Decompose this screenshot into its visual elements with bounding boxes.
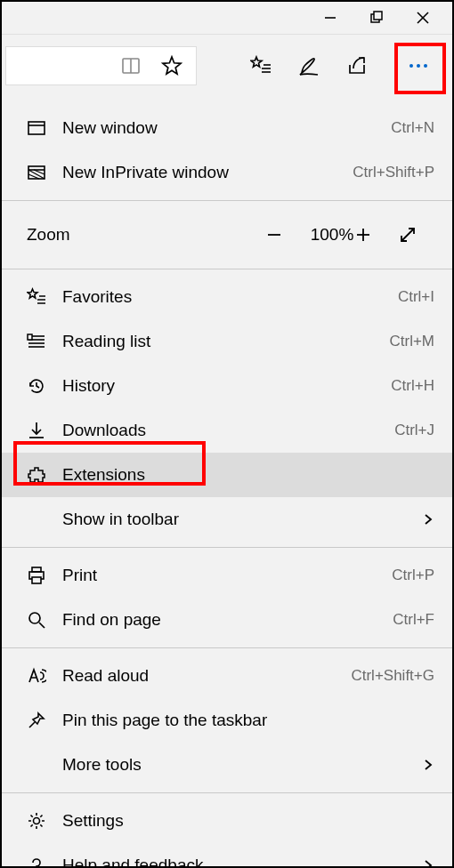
menu-favorites[interactable]: Favorites Ctrl+I [2, 275, 452, 319]
notes-button[interactable] [297, 54, 320, 77]
zoom-out-button[interactable] [265, 226, 310, 244]
menu-label: New InPrivate window [62, 163, 353, 182]
svg-point-12 [424, 64, 427, 68]
svg-point-11 [417, 64, 420, 68]
menu-label: Extensions [62, 465, 434, 485]
svg-point-34 [29, 613, 40, 623]
menu-help[interactable]: Help and feedback [2, 843, 452, 868]
fullscreen-button[interactable] [399, 226, 434, 244]
chevron-right-icon [422, 859, 434, 868]
menu-read-aloud[interactable]: Read aloud Ctrl+Shift+G [2, 654, 452, 698]
menu-separator [2, 647, 452, 648]
menu-separator [2, 792, 452, 793]
pen-icon [298, 55, 320, 76]
menu-label: Find on page [62, 610, 393, 630]
close-button[interactable] [411, 6, 434, 29]
menu-settings[interactable]: Settings [2, 799, 452, 843]
menu-label: Read aloud [62, 666, 351, 686]
menu-reading-list[interactable]: Reading list Ctrl+M [2, 319, 452, 364]
menu-label: Pin this page to the taskbar [62, 711, 434, 730]
share-button[interactable] [345, 54, 369, 77]
close-icon [416, 11, 430, 25]
history-icon [27, 376, 46, 396]
read-aloud-icon [27, 666, 46, 686]
chevron-right-icon [422, 513, 434, 526]
menu-shortcut: Ctrl+N [391, 119, 434, 137]
zoom-value: 100% [310, 225, 354, 245]
menu-shortcut: Ctrl+P [392, 567, 434, 584]
menu-shortcut: Ctrl+J [394, 422, 434, 439]
inprivate-icon [27, 163, 46, 182]
minimize-button[interactable] [319, 6, 342, 29]
svg-rect-2 [374, 12, 382, 20]
chevron-right-icon [422, 759, 434, 771]
reading-view-button[interactable] [119, 54, 142, 77]
menu-separator [2, 200, 452, 201]
menu-label: Favorites [62, 287, 398, 307]
menu-show-in-toolbar[interactable]: Show in toolbar [2, 497, 452, 542]
star-list-icon [250, 55, 272, 76]
help-icon [27, 856, 46, 868]
expand-icon [399, 226, 417, 244]
menu-label: New window [62, 118, 391, 138]
settings-menu: New window Ctrl+N New InPrivate window C… [2, 97, 452, 868]
print-icon [27, 566, 46, 585]
menu-more-tools[interactable]: More tools [2, 743, 452, 787]
menu-shortcut: Ctrl+M [389, 333, 434, 350]
menu-find[interactable]: Find on page Ctrl+F [2, 598, 452, 642]
menu-print[interactable]: Print Ctrl+P [2, 553, 452, 598]
window-icon [27, 118, 46, 138]
menu-pin[interactable]: Pin this page to the taskbar [2, 698, 452, 743]
zoom-label: Zoom [27, 225, 265, 245]
menu-label: Reading list [62, 332, 389, 351]
svg-rect-33 [32, 577, 41, 583]
book-icon [121, 56, 141, 76]
svg-rect-28 [28, 334, 32, 340]
menu-shortcut: Ctrl+H [391, 377, 434, 395]
plus-icon [354, 226, 372, 244]
menu-label: Print [62, 566, 392, 585]
menu-shortcut: Ctrl+Shift+G [351, 667, 434, 685]
download-icon [27, 421, 46, 440]
maximize-icon [369, 11, 384, 25]
menu-extensions[interactable]: Extensions [2, 453, 452, 497]
pin-icon [27, 711, 46, 730]
svg-line-36 [29, 722, 35, 727]
share-icon [346, 55, 368, 76]
more-button[interactable] [393, 41, 443, 91]
window-titlebar [2, 2, 452, 35]
menu-history[interactable]: History Ctrl+H [2, 364, 452, 408]
reading-list-icon [27, 332, 46, 351]
gear-icon [27, 811, 46, 831]
favorite-button[interactable] [160, 54, 183, 77]
svg-point-10 [409, 64, 413, 68]
svg-line-35 [39, 623, 45, 628]
menu-label: Settings [62, 811, 434, 831]
menu-label: More tools [62, 755, 422, 775]
menu-new-inprivate[interactable]: New InPrivate window Ctrl+Shift+P [2, 150, 452, 195]
menu-shortcut: Ctrl+F [393, 611, 434, 629]
svg-point-37 [34, 818, 40, 824]
minimize-icon [324, 12, 336, 24]
menu-downloads[interactable]: Downloads Ctrl+J [2, 408, 452, 453]
zoom-in-button[interactable] [354, 226, 399, 244]
star-list-icon [27, 287, 46, 307]
star-icon [161, 55, 182, 76]
menu-separator [2, 269, 452, 269]
menu-label: History [62, 376, 391, 396]
menu-label: Help and feedback [62, 856, 422, 868]
browser-toolbar [2, 35, 452, 97]
address-bar[interactable] [5, 46, 197, 85]
favorites-list-button[interactable] [249, 54, 272, 77]
toolbar-actions [197, 41, 452, 91]
svg-line-20 [401, 229, 414, 241]
search-icon [27, 610, 46, 630]
minus-icon [265, 226, 283, 244]
more-icon [405, 52, 432, 79]
extension-icon [27, 465, 46, 485]
menu-new-window[interactable]: New window Ctrl+N [2, 106, 452, 150]
maximize-button[interactable] [365, 6, 388, 29]
menu-shortcut: Ctrl+Shift+P [353, 164, 434, 181]
menu-separator [2, 547, 452, 548]
menu-label: Downloads [62, 421, 394, 440]
